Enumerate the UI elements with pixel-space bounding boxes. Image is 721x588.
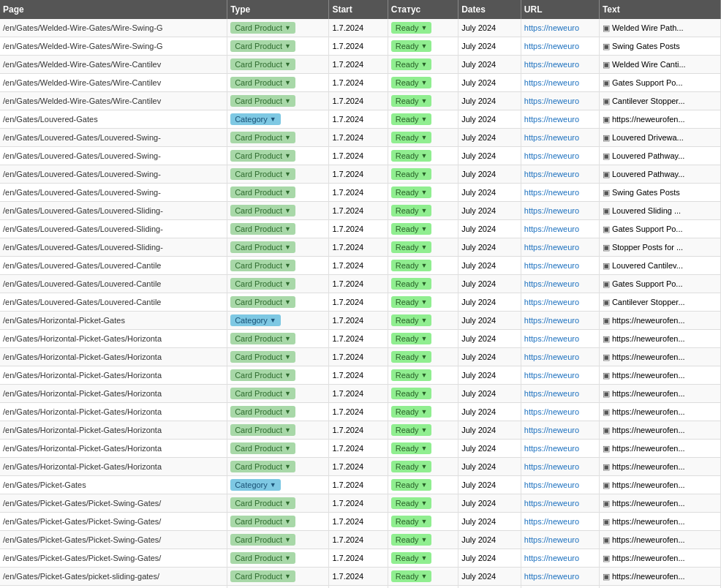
type-dropdown-arrow[interactable]: ▼: [284, 134, 291, 141]
page-link[interactable]: /en/Gates/Picket-Gates/picket-sliding-ga…: [3, 572, 159, 581]
status-dropdown-arrow[interactable]: ▼: [421, 170, 428, 178]
status-dropdown-arrow[interactable]: ▼: [421, 353, 428, 361]
type-dropdown-arrow[interactable]: ▼: [284, 518, 291, 525]
type-dropdown-arrow[interactable]: ▼: [270, 481, 276, 489]
url-link[interactable]: https://neweuro: [524, 334, 579, 343]
page-link[interactable]: /en/Gates/Louvered-Gates/Louvered-Cantil…: [3, 279, 161, 288]
type-dropdown-arrow[interactable]: ▼: [284, 280, 291, 287]
status-badge[interactable]: Ready ▼: [391, 150, 432, 162]
status-badge[interactable]: Ready ▼: [391, 442, 432, 454]
type-badge[interactable]: Card Product ▼: [230, 351, 295, 363]
page-link[interactable]: /en/Gates/Picket-Gates/Picket-Swing-Gate…: [3, 554, 161, 562]
type-badge[interactable]: Card Product ▼: [230, 95, 295, 107]
page-link[interactable]: /en/Gates/Horizontal-Picket-Gates/Horizo…: [3, 462, 162, 471]
url-link[interactable]: https://neweuro: [524, 133, 579, 142]
status-dropdown-arrow[interactable]: ▼: [421, 152, 428, 159]
type-dropdown-arrow[interactable]: ▼: [284, 335, 291, 342]
url-link[interactable]: https://neweuro: [524, 261, 579, 270]
page-link[interactable]: /en/Gates/Welded-Wire-Gates/Wire-Cantile…: [3, 97, 161, 105]
status-dropdown-arrow[interactable]: ▼: [421, 207, 428, 214]
url-link[interactable]: https://neweuro: [524, 243, 579, 252]
type-dropdown-arrow[interactable]: ▼: [284, 536, 291, 543]
column-header-type[interactable]: Type: [227, 0, 329, 19]
type-badge[interactable]: Category ▼: [230, 113, 281, 125]
type-badge[interactable]: Card Product ▼: [230, 40, 295, 52]
type-badge[interactable]: Card Product ▼: [230, 570, 295, 582]
type-dropdown-arrow[interactable]: ▼: [284, 79, 291, 86]
page-link[interactable]: /en/Gates/Horizontal-Picket-Gates: [3, 316, 125, 325]
status-badge[interactable]: Ready ▼: [391, 223, 432, 235]
status-badge[interactable]: Ready ▼: [391, 369, 432, 381]
status-badge[interactable]: Ready ▼: [391, 186, 432, 198]
type-dropdown-arrow[interactable]: ▼: [284, 262, 291, 269]
status-badge[interactable]: Ready ▼: [391, 534, 432, 546]
status-dropdown-arrow[interactable]: ▼: [421, 445, 428, 452]
status-dropdown-arrow[interactable]: ▼: [421, 317, 428, 324]
url-link[interactable]: https://neweuro: [524, 279, 579, 288]
url-link[interactable]: https://neweuro: [524, 444, 579, 453]
url-link[interactable]: https://neweuro: [524, 206, 579, 215]
type-badge[interactable]: Card Product ▼: [230, 333, 295, 344]
page-link[interactable]: /en/Gates/Picket-Gates: [3, 480, 86, 489]
status-badge[interactable]: Ready ▼: [391, 388, 432, 399]
page-link[interactable]: /en/Gates/Louvered-Gates/Louvered-Slidin…: [3, 225, 163, 233]
type-dropdown-arrow[interactable]: ▼: [284, 554, 291, 562]
status-dropdown-arrow[interactable]: ▼: [421, 298, 428, 306]
status-badge[interactable]: Ready ▼: [391, 278, 432, 290]
type-badge[interactable]: Card Product ▼: [230, 369, 295, 381]
url-link[interactable]: https://neweuro: [524, 480, 579, 489]
type-badge[interactable]: Card Product ▼: [230, 388, 295, 399]
url-link[interactable]: https://neweuro: [524, 407, 579, 416]
status-badge[interactable]: Ready ▼: [391, 351, 432, 363]
type-dropdown-arrow[interactable]: ▼: [284, 207, 291, 214]
url-link[interactable]: https://neweuro: [524, 499, 579, 508]
status-badge[interactable]: Ready ▼: [391, 260, 432, 271]
url-link[interactable]: https://neweuro: [524, 316, 579, 325]
type-badge[interactable]: Card Product ▼: [230, 132, 295, 143]
page-link[interactable]: /en/Gates/Welded-Wire-Gates/Wire-Swing-G: [3, 42, 163, 50]
type-badge[interactable]: Card Product ▼: [230, 77, 295, 88]
page-link[interactable]: /en/Gates/Louvered-Gates: [3, 115, 98, 124]
status-badge[interactable]: Ready ▼: [391, 570, 432, 582]
page-link[interactable]: /en/Gates/Horizontal-Picket-Gates/Horizo…: [3, 371, 162, 380]
status-dropdown-arrow[interactable]: ▼: [421, 500, 428, 507]
type-badge[interactable]: Card Product ▼: [230, 59, 295, 70]
page-link[interactable]: /en/Gates/Louvered-Gates/Louvered-Slidin…: [3, 206, 163, 215]
type-dropdown-arrow[interactable]: ▼: [284, 372, 291, 379]
type-dropdown-arrow[interactable]: ▼: [284, 61, 291, 68]
page-link[interactable]: /en/Gates/Louvered-Gates/Louvered-Swing-: [3, 170, 161, 178]
status-dropdown-arrow[interactable]: ▼: [421, 408, 428, 415]
status-dropdown-arrow[interactable]: ▼: [421, 463, 428, 470]
status-badge[interactable]: Ready ▼: [391, 113, 432, 125]
type-badge[interactable]: Card Product ▼: [230, 442, 295, 454]
url-link[interactable]: https://neweuro: [524, 517, 579, 526]
status-dropdown-arrow[interactable]: ▼: [421, 573, 428, 580]
type-dropdown-arrow[interactable]: ▼: [284, 298, 291, 306]
url-link[interactable]: https://neweuro: [524, 462, 579, 471]
type-dropdown-arrow[interactable]: ▼: [284, 426, 291, 434]
status-dropdown-arrow[interactable]: ▼: [421, 426, 428, 434]
type-badge[interactable]: Card Product ▼: [230, 205, 295, 216]
status-dropdown-arrow[interactable]: ▼: [421, 24, 428, 31]
page-link[interactable]: /en/Gates/Picket-Gates/Picket-Swing-Gate…: [3, 535, 161, 544]
status-dropdown-arrow[interactable]: ▼: [421, 335, 428, 342]
type-badge[interactable]: Card Product ▼: [230, 22, 295, 34]
status-dropdown-arrow[interactable]: ▼: [421, 225, 428, 233]
url-link[interactable]: https://neweuro: [524, 151, 579, 160]
status-dropdown-arrow[interactable]: ▼: [421, 536, 428, 543]
status-dropdown-arrow[interactable]: ▼: [421, 116, 428, 123]
status-dropdown-arrow[interactable]: ▼: [421, 372, 428, 379]
status-dropdown-arrow[interactable]: ▼: [421, 481, 428, 489]
url-link[interactable]: https://neweuro: [524, 389, 579, 398]
page-link[interactable]: /en/Gates/Louvered-Gates/Louvered-Swing-: [3, 133, 161, 142]
type-dropdown-arrow[interactable]: ▼: [284, 244, 291, 251]
type-dropdown-arrow[interactable]: ▼: [284, 390, 291, 397]
status-badge[interactable]: Ready ▼: [391, 314, 432, 326]
type-dropdown-arrow[interactable]: ▼: [284, 24, 291, 31]
type-dropdown-arrow[interactable]: ▼: [270, 317, 276, 324]
url-link[interactable]: https://neweuro: [524, 426, 579, 434]
type-badge[interactable]: Card Product ▼: [230, 168, 295, 180]
type-dropdown-arrow[interactable]: ▼: [284, 353, 291, 361]
status-dropdown-arrow[interactable]: ▼: [421, 61, 428, 68]
status-badge[interactable]: Ready ▼: [391, 168, 432, 180]
